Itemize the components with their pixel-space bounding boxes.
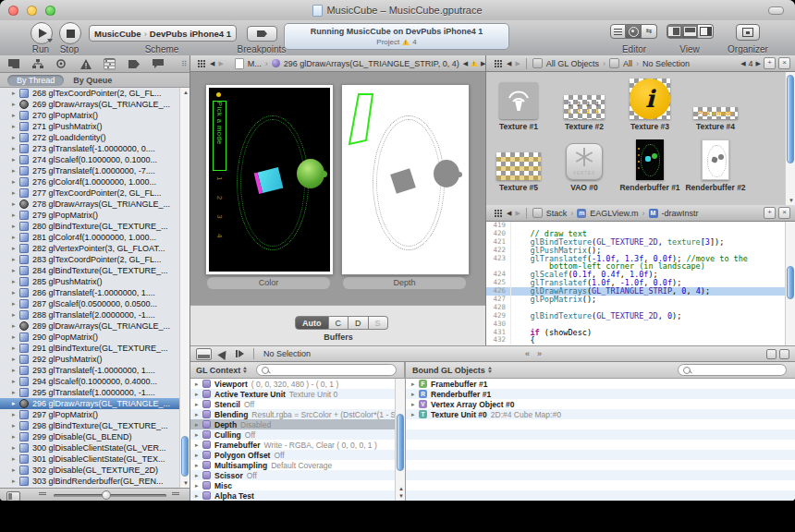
version-editor-button[interactable]: ⇆ <box>642 24 657 39</box>
disclosure-icon[interactable]: ▸ <box>411 381 419 388</box>
gl-object-item[interactable]: Texture #5 <box>488 135 549 192</box>
disclosure-icon[interactable]: ▸ <box>12 245 19 252</box>
gl-call-row[interactable]: ▸284 glBindTexture(GL_TEXTURE_... <box>0 265 179 276</box>
disclosure-icon[interactable]: ▸ <box>411 401 419 408</box>
title-bar[interactable]: MusicCube – MusicCube.gputrace <box>0 0 795 21</box>
back-icon[interactable]: ◀ <box>507 60 511 67</box>
navigator-scrollbar[interactable]: ▲ ▼ <box>179 88 190 488</box>
search-navigator-icon[interactable] <box>55 58 67 70</box>
disclosure-icon[interactable]: ▸ <box>12 378 19 385</box>
gl-call-row[interactable]: ▸281 glColor4f(1.0000000, 1.000... <box>0 232 179 243</box>
disclosure-icon[interactable]: ▸ <box>12 267 19 274</box>
gl-call-row[interactable]: ▸277 glTexCoordPointer(2, GL_FL... <box>0 187 179 199</box>
breadcrumb-symbol[interactable]: -drawInstr <box>662 209 699 218</box>
frame-view-icon[interactable] <box>6 491 20 502</box>
gl-call-row[interactable]: ▸289 glDrawArrays(GL_TRIANGLE_... <box>0 320 179 332</box>
gl-call-row[interactable]: ▸280 glBindTexture(GL_TEXTURE_... <box>0 221 179 232</box>
sort-control-icon[interactable] <box>488 367 492 373</box>
close-button[interactable] <box>8 6 18 16</box>
variables-view-toggle[interactable] <box>766 349 777 359</box>
gl-object-item[interactable]: VERTEXVAO #0 <box>554 135 615 192</box>
debug-navigator-icon[interactable] <box>104 58 116 70</box>
disclosure-icon[interactable]: ▸ <box>195 482 202 490</box>
disclosure-icon[interactable]: ▸ <box>12 400 19 407</box>
toolbar-lozenge-button[interactable] <box>768 6 784 15</box>
disclosure-icon[interactable]: ▸ <box>411 411 419 418</box>
related-items-icon[interactable] <box>495 63 496 65</box>
disclosure-icon[interactable]: ▸ <box>12 134 19 141</box>
close-assistant-icon[interactable]: × <box>778 57 790 69</box>
disclosure-icon[interactable]: ▸ <box>195 462 202 469</box>
scrollbar-thumb[interactable] <box>181 436 189 477</box>
gl-object-item[interactable]: 1 2 3 41 2 3 4Texture #2 <box>554 74 615 131</box>
disclosure-icon[interactable]: ▸ <box>195 452 202 459</box>
disclosure-icon[interactable]: ▸ <box>12 422 19 429</box>
gl-call-row[interactable]: ▸297 glPopMatrix() <box>0 409 179 420</box>
checker-text-thumbnail[interactable]: Pick a mode <box>693 107 738 119</box>
disclosure-icon[interactable]: ▸ <box>195 411 202 418</box>
gl-context-row[interactable]: ▸MultisamplingDefault Coverage <box>190 460 395 470</box>
disclosure-icon[interactable]: ▸ <box>12 333 19 341</box>
disclosure-icon[interactable]: ▸ <box>12 311 19 319</box>
disclosure-icon[interactable]: ▸ <box>12 112 19 119</box>
bound-object-row[interactable]: ▸TTexture Unit #02D:#4 Cube Map:#0 <box>406 409 795 419</box>
gl-object-item[interactable]: Texture #1 <box>488 74 549 131</box>
breakpoints-button[interactable] <box>247 26 277 42</box>
detail-slider-thumb[interactable] <box>102 490 111 500</box>
debug-area-toggle-button[interactable] <box>682 24 698 39</box>
disclosure-icon[interactable]: ▸ <box>195 431 202 439</box>
scroll-up-icon[interactable]: ▲ <box>398 486 404 491</box>
disclosure-icon[interactable]: ▸ <box>12 444 19 452</box>
navigator-split[interactable] <box>190 55 190 501</box>
warning-icon[interactable] <box>471 60 478 66</box>
disclosure-icon[interactable]: ▸ <box>195 391 202 398</box>
breadcrumb-group[interactable]: All <box>623 59 632 68</box>
gl-object-item[interactable]: Renderbuffer #1 <box>619 135 680 192</box>
prev-item-icon[interactable]: ◀ <box>740 60 745 67</box>
textures-scrollbar[interactable]: ▼ <box>785 72 795 205</box>
disclosure-icon[interactable]: ▸ <box>12 256 19 263</box>
buffer-color-button[interactable]: C <box>329 316 349 330</box>
gl-call-row[interactable]: ▸293 glTranslatef(-1.0000000, 1.... <box>0 365 179 376</box>
gl-context-row[interactable]: ▸StencilOff <box>190 399 395 409</box>
breadcrumb-file[interactable]: EAGLView.m <box>590 209 638 218</box>
disclosure-icon[interactable]: ▸ <box>12 123 19 130</box>
symbol-navigator-icon[interactable] <box>31 58 43 70</box>
gl-context-row[interactable]: ▸BlendingResult.rgba = SrcColor + (DstCo… <box>190 409 395 419</box>
gl-call-row[interactable]: ▸292 glPushMatrix() <box>0 354 179 365</box>
scroll-down-icon[interactable]: ▼ <box>789 198 794 203</box>
minimize-button[interactable] <box>27 6 37 16</box>
disclosure-icon[interactable]: ▸ <box>12 356 19 363</box>
scheme-selector[interactable]: MusicCube › DevPubs iPhone4 1 <box>89 25 237 42</box>
disclosure-icon[interactable]: ▸ <box>12 223 19 230</box>
gl-call-row[interactable]: ▸285 glPushMatrix() <box>0 276 179 287</box>
info-thumbnail[interactable]: i <box>630 79 670 119</box>
zoom-button[interactable] <box>45 6 55 16</box>
breadcrumb-selection[interactable]: No Selection <box>642 59 690 68</box>
disclosure-icon[interactable]: ▸ <box>195 421 202 429</box>
gl-context-row[interactable]: ▸Viewport( 0, 0, 320, 480 ) - ( 0, 1 ) <box>190 379 395 389</box>
hide-debug-area-button[interactable] <box>196 348 212 360</box>
breakpoint-navigator-icon[interactable] <box>128 58 140 70</box>
breadcrumb-stack[interactable]: Stack <box>546 209 568 218</box>
scroll-down-icon[interactable]: ▼ <box>183 480 189 486</box>
location-icon[interactable] <box>217 347 229 359</box>
close-assistant-icon[interactable]: × <box>778 207 790 219</box>
gl-call-row[interactable]: ▸276 glColor4f(1.0000000, 1.000... <box>0 176 179 187</box>
gl-call-row[interactable]: ▸272 glLoadIdentity() <box>0 132 179 143</box>
rb-dark-thumbnail[interactable] <box>636 139 664 180</box>
disclosure-icon[interactable]: ▸ <box>12 200 19 208</box>
disclosure-icon[interactable]: ▸ <box>195 401 202 408</box>
disclosure-icon[interactable]: ▸ <box>12 178 19 186</box>
gl-call-row[interactable]: ▸294 glScalef(0.1000000, 0.4000... <box>0 376 179 387</box>
scroll-down-icon[interactable]: ▼ <box>398 493 404 499</box>
disclosure-icon[interactable]: ▸ <box>12 278 19 285</box>
checker-wide-thumbnail[interactable] <box>496 152 541 180</box>
disclosure-icon[interactable]: ▸ <box>411 391 419 398</box>
speaker-thumbnail[interactable] <box>499 82 538 119</box>
gl-context-row[interactable]: ▸Active Texture UnitTexture Unit 0 <box>190 389 395 399</box>
buffer-stencil-button[interactable]: S <box>369 316 388 330</box>
disclosure-icon[interactable]: ▸ <box>195 381 202 388</box>
gl-call-row[interactable]: ▸279 glPopMatrix() <box>0 210 179 221</box>
gl-context-row[interactable]: ▸CullingOff <box>190 429 395 440</box>
